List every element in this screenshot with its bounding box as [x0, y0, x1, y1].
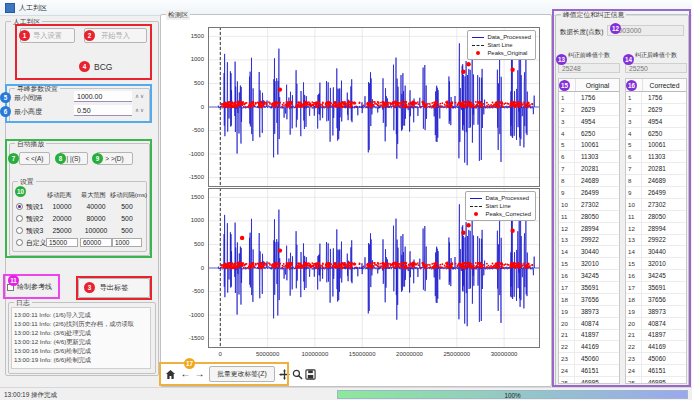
table-row[interactable]: 2546995	[559, 377, 619, 384]
table-row[interactable]: 1532010	[626, 258, 686, 270]
table-row[interactable]: 1329922	[559, 235, 619, 247]
legend-label: Peaks_Corrected	[485, 211, 531, 217]
table-row[interactable]: 2446151	[559, 365, 619, 377]
row-index: 14	[559, 246, 575, 257]
row-index: 7	[559, 163, 575, 174]
table-row[interactable]: 22629	[559, 104, 619, 116]
spinner-icon[interactable]: ∧∨	[135, 93, 145, 99]
table-row[interactable]: 1532010	[559, 258, 619, 270]
autoplay-forward-button[interactable]: > >(D)	[96, 152, 133, 165]
table-row[interactable]: 510061	[626, 140, 686, 152]
progress-label: 100%	[338, 392, 687, 399]
table-row[interactable]: 1837656	[626, 294, 686, 306]
custom-value-input-3[interactable]: 1000	[112, 238, 142, 247]
table-row[interactable]: 46250	[559, 128, 619, 140]
min-height-input[interactable]: 0.50	[74, 105, 132, 116]
table-row[interactable]: 2244169	[626, 341, 686, 353]
table-row[interactable]: 1938973	[626, 306, 686, 318]
plot-bottom-legend: Data_ProcessedStart LinePeaks_Corrected	[465, 191, 536, 221]
table-row[interactable]: 11756	[559, 92, 619, 104]
table-row[interactable]: 46250	[626, 128, 686, 140]
row-index: 6	[559, 151, 575, 162]
table-row[interactable]: 2040874	[559, 318, 619, 330]
table-row[interactable]: 2446151	[626, 365, 686, 377]
table-row[interactable]: 1735691	[626, 282, 686, 294]
pan-icon[interactable]	[278, 367, 291, 381]
plot-top[interactable]: 150010005000-500-1000-1500 Data_Processe…	[208, 27, 540, 187]
table-row[interactable]: 1329922	[626, 235, 686, 247]
table-row[interactable]: 2345060	[626, 353, 686, 365]
log-list[interactable]: 13:00:11 Info: (1/6)导入完成13:00:11 Info: (…	[11, 307, 151, 369]
log-entry: 13:00:12 Info: (3/6)处理完成	[14, 328, 150, 337]
app-window: 人工判区 人工判区 导入设置 开始导入 BCG 寻峰参数设置 最小间隔 1000…	[0, 0, 692, 400]
corrected-peaks-table[interactable]: Corrected 117562262934954462505100616113…	[625, 78, 687, 384]
table-row[interactable]: 824689	[626, 175, 686, 187]
table-row[interactable]: 1837656	[559, 294, 619, 306]
table-row[interactable]: 510061	[559, 140, 619, 152]
table-row[interactable]: 2244169	[559, 341, 619, 353]
autoplay-pause-button[interactable]: | |(S)	[59, 152, 88, 165]
window-title: 人工判区	[19, 3, 47, 13]
home-icon[interactable]	[164, 367, 177, 381]
custom-value-input-1[interactable]: 15000	[46, 238, 78, 247]
save-icon[interactable]	[304, 367, 317, 381]
table-row[interactable]: 34954	[626, 116, 686, 128]
batch-edit-labels-button[interactable]: 批量更改标签(Z)	[209, 366, 275, 382]
table-row[interactable]: 2040874	[626, 318, 686, 330]
x-tick-label: 5000000	[256, 351, 279, 357]
peak-value: 46995	[575, 377, 619, 384]
forward-icon[interactable]: →	[193, 366, 206, 380]
table-row[interactable]: 1430440	[626, 246, 686, 258]
table-row[interactable]: 2141897	[626, 330, 686, 342]
preset-value: 10000	[46, 203, 78, 210]
radio-preset-3[interactable]	[16, 227, 23, 234]
zoom-icon[interactable]	[291, 367, 304, 381]
table-row[interactable]: 2141897	[559, 330, 619, 342]
table-row[interactable]: 11756	[626, 92, 686, 104]
table-row[interactable]: 1128050	[559, 211, 619, 223]
radio-preset-2[interactable]	[16, 215, 23, 222]
table-row[interactable]: 2345060	[559, 353, 619, 365]
back-icon[interactable]: ←	[179, 366, 192, 380]
autoplay-back-button[interactable]: < <(A)	[19, 152, 50, 165]
table-row[interactable]: 1228994	[626, 223, 686, 235]
table-row[interactable]: 34954	[559, 116, 619, 128]
table-row[interactable]: 720281	[559, 163, 619, 175]
custom-value-input-2[interactable]: 60000	[80, 238, 112, 247]
table-row[interactable]: 1735691	[559, 282, 619, 294]
table-row[interactable]: 926499	[559, 187, 619, 199]
peak-value: 38973	[575, 306, 619, 317]
original-peaks-table[interactable]: Original 1175622629349544625051006161130…	[558, 78, 620, 384]
start-import-button[interactable]: 开始导入	[84, 28, 147, 43]
table-row[interactable]: 611303	[626, 151, 686, 163]
table-row[interactable]: 824689	[559, 175, 619, 187]
peak-value: 6250	[575, 128, 619, 139]
table-row[interactable]: 1228994	[559, 223, 619, 235]
radio-preset-1[interactable]	[16, 203, 23, 210]
table-row[interactable]: 22629	[626, 104, 686, 116]
peak-value: 1756	[642, 92, 686, 103]
plot-bottom[interactable]: 150010005000-500-1000-1500 Data_Processe…	[208, 188, 540, 348]
table-row[interactable]: 1430440	[559, 246, 619, 258]
min-interval-input[interactable]: 1000.00	[74, 91, 132, 102]
checkbox-icon[interactable]	[7, 284, 14, 291]
table-row[interactable]: 1938973	[559, 306, 619, 318]
spinner-icon[interactable]: ∧∨	[135, 107, 145, 113]
table-row[interactable]: 720281	[626, 163, 686, 175]
table-row[interactable]: 926499	[626, 187, 686, 199]
table-row[interactable]: 1027302	[626, 199, 686, 211]
table-row[interactable]: 611303	[559, 151, 619, 163]
export-labels-button[interactable]: 导出标签	[78, 278, 150, 298]
table-row[interactable]: 1634245	[559, 270, 619, 282]
table-row[interactable]: 2546995	[626, 377, 686, 384]
table-row[interactable]: 1634245	[626, 270, 686, 282]
legend-label: Data_Processed	[487, 34, 531, 40]
import-settings-button[interactable]: 导入设置	[20, 28, 75, 43]
reference-line-checkbox[interactable]: 绘制参考线	[7, 282, 52, 292]
peak-value: 2629	[642, 104, 686, 115]
table-row[interactable]: 1128050	[626, 211, 686, 223]
row-index: 8	[626, 175, 642, 186]
radio-preset-4[interactable]	[16, 239, 23, 246]
peak-value: 10061	[642, 140, 686, 151]
table-row[interactable]: 1027302	[559, 199, 619, 211]
